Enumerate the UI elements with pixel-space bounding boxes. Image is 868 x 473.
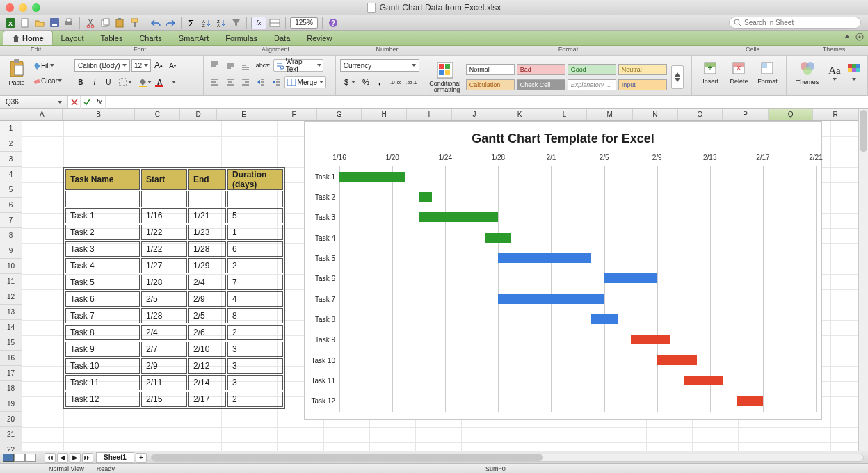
close-window-icon[interactable] [6, 3, 14, 12]
print-icon[interactable] [63, 17, 75, 29]
row-header-17[interactable]: 17 [0, 366, 22, 381]
col-header-M[interactable]: M [587, 109, 633, 120]
filter-icon[interactable] [230, 17, 242, 29]
col-header-B[interactable]: B [63, 109, 136, 120]
zoom-combo[interactable]: 125% [290, 17, 318, 29]
tab-charts[interactable]: Charts [131, 31, 170, 45]
table-cell[interactable]: 2/9 [188, 291, 226, 307]
orientation-icon[interactable]: abc [254, 59, 273, 72]
grow-font-icon[interactable]: A▴ [152, 59, 165, 72]
col-header-G[interactable]: G [317, 109, 362, 120]
borders-button[interactable] [116, 76, 134, 88]
table-cell[interactable]: 2 [227, 258, 283, 273]
sheet-tab-1[interactable]: Sheet1 [96, 452, 134, 463]
table-header[interactable]: Duration (days) [227, 169, 283, 190]
row-header-2[interactable]: 2 [0, 136, 22, 152]
table-cell[interactable]: 1/16 [141, 208, 187, 223]
name-box[interactable]: Q36 [0, 96, 68, 108]
col-header-J[interactable]: J [452, 109, 498, 120]
table-cell[interactable]: Task 4 [65, 258, 140, 273]
accounting-format-icon[interactable]: $ [340, 76, 357, 88]
table-cell[interactable]: Task 2 [65, 225, 140, 240]
row-header-19[interactable]: 19 [0, 396, 22, 412]
minimize-window-icon[interactable] [19, 3, 27, 12]
copy-icon[interactable] [99, 17, 111, 29]
row-header-7[interactable]: 7 [0, 213, 22, 228]
table-cell[interactable]: Task 12 [65, 392, 140, 407]
table-cell[interactable]: 2 [227, 325, 283, 340]
increase-indent-icon[interactable] [269, 76, 283, 88]
table-cell[interactable]: Task 8 [65, 325, 140, 340]
row-header-15[interactable]: 15 [0, 335, 22, 351]
fill-button[interactable]: Fill [31, 59, 56, 72]
redo-icon[interactable] [164, 17, 177, 29]
style-explanatory[interactable]: Explanatory ... [568, 79, 616, 90]
chart-bar[interactable] [684, 376, 723, 385]
row-header-6[interactable]: 6 [0, 198, 22, 213]
row-header-8[interactable]: 8 [0, 228, 22, 243]
col-header-N[interactable]: N [633, 109, 678, 120]
table-cell[interactable]: 1/27 [141, 258, 187, 273]
table-cell[interactable]: Task 9 [65, 342, 140, 357]
table-cell[interactable]: 2/7 [141, 342, 187, 357]
table-cell[interactable]: 2 [227, 392, 283, 407]
col-header-I[interactable]: I [407, 109, 452, 120]
underline-button[interactable]: U [102, 76, 115, 88]
chart-bar[interactable] [591, 314, 618, 324]
sheet-nav-last-icon[interactable]: ⏭ [82, 453, 93, 463]
table-cell[interactable]: 1/28 [141, 308, 187, 323]
chart-bar[interactable] [657, 355, 697, 365]
chart-bar[interactable] [485, 233, 511, 243]
table-cell[interactable]: Task 5 [65, 275, 140, 290]
col-header-D[interactable]: D [180, 109, 217, 120]
help-icon[interactable]: ? [327, 17, 339, 29]
column-headers[interactable]: ABCDEFGHIJKLMNOPQR [22, 109, 858, 121]
align-right-icon[interactable] [239, 76, 252, 88]
sort-asc-icon[interactable]: AZ [200, 17, 213, 29]
col-header-A[interactable]: A [22, 109, 63, 120]
align-left-icon[interactable] [208, 76, 222, 88]
table-cell[interactable]: Task 1 [65, 208, 140, 223]
vertical-scrollbar[interactable] [858, 109, 868, 455]
table-cell[interactable]: 1/29 [188, 258, 226, 273]
style-good[interactable]: Good [568, 64, 616, 75]
chart-bar[interactable] [419, 212, 498, 222]
table-cell[interactable]: Task 6 [65, 291, 140, 307]
row-header-3[interactable]: 3 [0, 152, 22, 167]
cut-icon[interactable] [84, 17, 97, 29]
sheet-nav-prev-icon[interactable]: ◀ [57, 453, 68, 463]
table-cell[interactable]: 2/6 [188, 325, 226, 340]
paste-icon[interactable] [113, 17, 126, 29]
table-cell[interactable]: 2/5 [141, 291, 187, 307]
table-cell[interactable]: Task 3 [65, 241, 140, 257]
style-normal[interactable]: Normal [466, 64, 515, 75]
col-header-C[interactable]: C [135, 109, 180, 120]
new-file-icon[interactable] [19, 17, 31, 29]
table-cell[interactable]: 1/28 [188, 241, 226, 257]
table-cell[interactable]: 2/10 [188, 342, 226, 357]
increase-decimal-icon[interactable]: .0.00 [388, 76, 403, 88]
formula-input[interactable] [106, 98, 868, 106]
row-headers[interactable]: 12345678910111213141516171819202122 [0, 121, 22, 455]
percent-format-icon[interactable]: % [359, 76, 372, 88]
table-cell[interactable]: 2/14 [188, 375, 226, 390]
fx-icon[interactable]: fx [93, 96, 106, 109]
format-painter-icon[interactable] [128, 17, 140, 29]
font-size-combo[interactable]: 12 [131, 59, 151, 72]
comma-format-icon[interactable]: , [373, 76, 387, 88]
table-cell[interactable]: Task 11 [65, 375, 140, 390]
table-cell[interactable]: 1 [227, 225, 283, 240]
open-icon[interactable] [33, 17, 46, 29]
chart-bar[interactable] [419, 192, 432, 202]
wrap-text-button[interactable]: Wrap Text [273, 59, 323, 72]
tab-formulas[interactable]: Formulas [217, 31, 266, 45]
shrink-font-icon[interactable]: A▾ [166, 59, 179, 72]
align-center-icon[interactable] [223, 76, 237, 88]
table-header[interactable]: End [188, 169, 226, 190]
tab-data[interactable]: Data [266, 31, 298, 45]
row-header-13[interactable]: 13 [0, 305, 22, 320]
table-cell[interactable]: Task 10 [65, 358, 140, 374]
chart-bar[interactable] [631, 335, 670, 344]
table-cell[interactable]: 3 [227, 358, 283, 374]
table-header[interactable]: Task Name [65, 169, 140, 190]
